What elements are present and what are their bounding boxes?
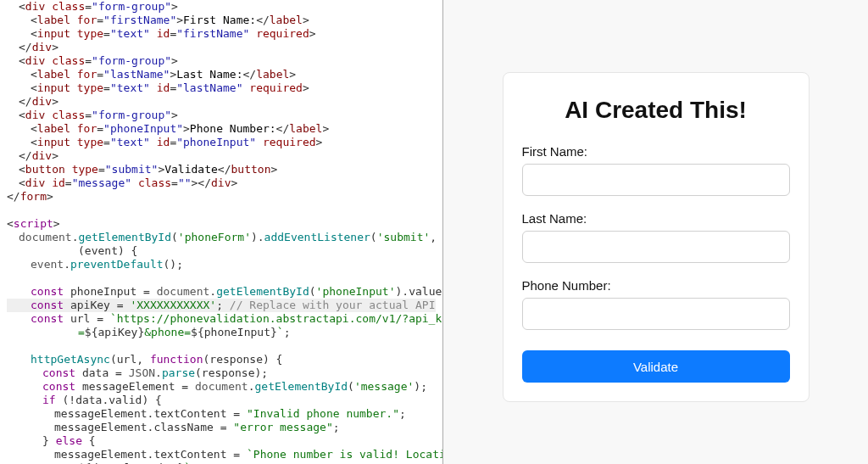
input-phone[interactable] <box>522 298 790 330</box>
validate-button[interactable]: Validate <box>522 350 790 383</box>
form-group-phone: Phone Number: <box>522 278 790 330</box>
label-lastname: Last Name: <box>522 211 790 226</box>
preview-pane: AI Created This! First Name: Last Name: … <box>443 0 868 464</box>
label-phone: Phone Number: <box>522 278 790 293</box>
label-firstname: First Name: <box>522 144 790 159</box>
input-lastname[interactable] <box>522 231 790 263</box>
source-code[interactable]: <div class="form-group"><label for="firs… <box>0 0 442 464</box>
form-group-lastname: Last Name: <box>522 211 790 263</box>
input-firstname[interactable] <box>522 164 790 196</box>
form-card: AI Created This! First Name: Last Name: … <box>503 72 810 402</box>
page-title: AI Created This! <box>522 97 790 124</box>
form-group-firstname: First Name: <box>522 144 790 196</box>
code-editor-pane: <div class="form-group"><label for="firs… <box>0 0 442 464</box>
